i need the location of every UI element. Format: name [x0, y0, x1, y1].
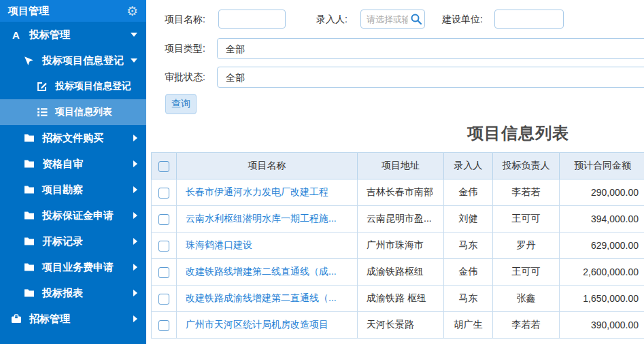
- sidebar-menu: A投标管理投标项目信息登记投标项目信息登记项目信息列表招标文件购买资格自审项目勘…: [0, 22, 146, 332]
- row-checkbox-cell: [152, 259, 177, 286]
- main-content: 项目名称: 录入人: 建设单位: 项目类型: 全部 审批状态: 全部 查询 项目…: [146, 0, 644, 344]
- table-row: 珠海鹤港口建设广州市珠海市马东罗丹629,000.00: [152, 233, 644, 259]
- entry-person-link[interactable]: 马东: [444, 233, 493, 259]
- sidebar-item-bid-project-info-registration-group[interactable]: 投标项目信息登记: [0, 48, 146, 73]
- amount-cell: 1,650,000.00: [560, 286, 644, 312]
- sidebar-item-bid-bond-application[interactable]: 投标保证金申请: [0, 203, 146, 228]
- amount-cell: 2,600,000.00: [560, 259, 644, 286]
- entry-person-link[interactable]: 刘健: [444, 206, 493, 233]
- table-header-row: 项目名称项目地址录入人投标负责人预计合同金额: [152, 153, 644, 179]
- sidebar-item-label: 开标记录: [42, 235, 83, 248]
- caret-right-icon: [133, 315, 137, 322]
- table-row: 长春市伊通河水力发电厂改建工程吉林长春市南部金伟李若若290,000.00: [152, 179, 644, 206]
- sidebar-item-project-business-fee-application[interactable]: 项目业务费申请: [0, 254, 146, 280]
- project-name-link[interactable]: 珠海鹤港口建设: [186, 239, 252, 250]
- project-name-link[interactable]: 改建铁路成渝线增建第二直通线（...: [186, 292, 337, 303]
- column-header-project-name: 项目名称: [177, 153, 358, 179]
- row-checkbox[interactable]: [158, 320, 169, 331]
- project-type-select[interactable]: 全部: [217, 38, 644, 59]
- entry-person-link[interactable]: 金伟: [444, 179, 493, 206]
- gear-icon[interactable]: ⚙: [126, 5, 138, 18]
- entry-person-link[interactable]: 胡广生: [444, 312, 493, 339]
- amount-cell: 290,000.00: [560, 179, 644, 206]
- folder-icon: [22, 210, 35, 222]
- sidebar-item-qualification-self-review[interactable]: 资格自审: [0, 151, 146, 177]
- font-icon: A: [10, 29, 22, 41]
- sidebar-item-label: 投标项目信息登记: [55, 80, 131, 92]
- entry-person-link[interactable]: 马东: [444, 286, 493, 312]
- approval-status-select[interactable]: 全部: [217, 67, 644, 88]
- folder-icon: [22, 288, 35, 299]
- project-name-input[interactable]: [218, 10, 286, 29]
- list-ol-icon: [35, 107, 48, 118]
- table-row: 广州市天河区统计局机房改造项目天河长景路胡广生李若若390,000.00: [152, 312, 644, 339]
- app: 项目管理 ⚙ A投标管理投标项目信息登记投标项目信息登记项目信息列表招标文件购买…: [0, 0, 644, 344]
- row-checkbox[interactable]: [158, 241, 169, 252]
- column-header-project-address: 项目地址: [358, 153, 444, 179]
- select-all-checkbox[interactable]: [158, 161, 169, 172]
- project-name-link[interactable]: 云南水利枢纽潜明水库一期工程施...: [186, 213, 337, 224]
- project-name-link[interactable]: 广州市天河区统计局机房改造项目: [186, 319, 328, 330]
- table-row: 改建铁路成渝线增建第二直通线（...成渝铁路 枢纽马东张鑫1,650,000.0…: [152, 286, 644, 312]
- folder-icon: [22, 184, 35, 196]
- project-address-cell: 天河长景路: [358, 312, 444, 339]
- bid-leader-link[interactable]: 张鑫: [493, 286, 560, 312]
- folder-icon: [22, 133, 35, 144]
- caret-down-icon: [131, 33, 137, 37]
- sidebar-item-project-survey[interactable]: 项目勘察: [0, 177, 146, 203]
- sidebar-item-bid-report[interactable]: 投标报表: [0, 280, 146, 306]
- caret-down-icon: [131, 58, 137, 63]
- entry-person-input-wrap: [360, 10, 425, 29]
- row-checkbox-cell: [152, 233, 177, 259]
- row-checkbox-cell: [152, 179, 177, 206]
- column-header-entry-person: 录入人: [444, 153, 493, 179]
- project-type-label: 项目类型:: [165, 38, 205, 59]
- sidebar-item-bid-management[interactable]: A投标管理: [0, 22, 146, 48]
- amount-cell: 394,000.00: [560, 206, 644, 233]
- table-row: 改建铁路线增建第二线直通线（成...成渝铁路枢纽金伟王可可2,600,000.0…: [152, 259, 644, 286]
- bid-leader-link[interactable]: 王可可: [493, 259, 560, 286]
- project-address-cell: 云南昆明市盈...: [358, 206, 444, 233]
- sidebar-item-label: 项目勘察: [42, 184, 83, 196]
- table-row: 云南水利枢纽潜明水库一期工程施...云南昆明市盈...刘健王可可394,000.…: [152, 206, 644, 233]
- entry-person-link[interactable]: 金伟: [444, 259, 493, 286]
- bid-leader-link[interactable]: 李若若: [493, 312, 560, 339]
- row-checkbox[interactable]: [158, 267, 169, 278]
- sidebar-item-label: 投标保证金申请: [42, 209, 114, 222]
- construction-unit-input[interactable]: [494, 10, 564, 29]
- sidebar-item-label: 资格自审: [42, 158, 83, 171]
- folder-icon: [22, 262, 35, 273]
- entry-person-label: 录入人:: [316, 10, 348, 29]
- amount-cell: 629,000.00: [560, 233, 644, 259]
- sidebar-item-label: 投标管理: [29, 29, 70, 41]
- project-name-link[interactable]: 长春市伊通河水力发电厂改建工程: [186, 186, 328, 197]
- column-header-estimated-contract-amount: 预计合同金额: [560, 153, 644, 179]
- location-arrow-icon: [22, 55, 35, 67]
- sidebar-item-project-info-list[interactable]: 项目信息列表: [0, 99, 146, 125]
- project-address-cell: 广州市珠海市: [358, 233, 444, 259]
- caret-right-icon: [133, 135, 137, 141]
- sidebar-item-bid-opening-record[interactable]: 开标记录: [0, 228, 146, 254]
- query-button[interactable]: 查询: [165, 94, 197, 114]
- project-name-link[interactable]: 改建铁路线增建第二线直通线（成...: [186, 266, 337, 277]
- edit-icon: [35, 81, 48, 92]
- row-checkbox-cell: [152, 312, 177, 339]
- row-checkbox[interactable]: [158, 188, 169, 199]
- bid-leader-link[interactable]: 李若若: [493, 179, 560, 206]
- construction-unit-label: 建设单位:: [442, 10, 483, 29]
- row-checkbox[interactable]: [158, 214, 169, 225]
- sidebar-item-label: 招标文件购买: [42, 132, 103, 145]
- bid-leader-link[interactable]: 王可可: [493, 206, 560, 233]
- sidebar-item-label: 投标报表: [42, 287, 83, 300]
- sidebar-item-label: 项目业务费申请: [42, 261, 114, 274]
- row-checkbox[interactable]: [158, 294, 169, 305]
- project-address-cell: 成渝铁路 枢纽: [358, 286, 444, 312]
- sidebar-item-bid-project-info-registration[interactable]: 投标项目信息登记: [0, 73, 146, 99]
- bid-leader-link[interactable]: 罗丹: [493, 233, 560, 259]
- project-name-label: 项目名称:: [165, 10, 205, 29]
- sidebar-item-tender-management[interactable]: 招标管理: [0, 306, 146, 332]
- sidebar-item-tender-document-purchase[interactable]: 招标文件购买: [0, 125, 146, 151]
- caret-right-icon: [133, 212, 137, 219]
- search-icon[interactable]: [410, 13, 422, 25]
- approval-status-label: 审批状态:: [165, 67, 205, 88]
